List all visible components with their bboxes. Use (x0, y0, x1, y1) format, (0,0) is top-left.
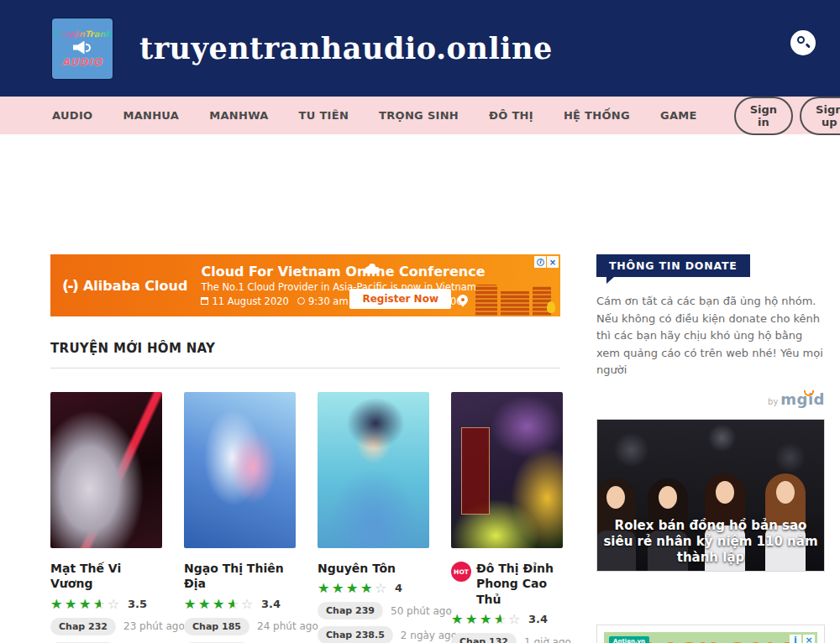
ad-close-icon[interactable]: × (547, 256, 559, 268)
banner-ad[interactable]: (-) Alibaba Cloud Cloud For Vietnam Onli… (50, 254, 560, 316)
comic-title[interactable]: Nguyên Tôn (318, 561, 396, 576)
ad-info-icon[interactable]: i (534, 256, 546, 268)
star-rating-icons: ☆★☆★☆★☆★☆★ (451, 612, 522, 626)
star-rating-icons: ☆★☆★☆★☆★☆★ (318, 581, 389, 595)
banner-ad-title: Cloud For Vietnam Online Conference (201, 264, 485, 280)
cloud-icon (365, 267, 380, 274)
clock-icon (297, 297, 305, 305)
nav-item-trong-sinh[interactable]: TRỌNG SINH (379, 109, 459, 122)
rating-value: 3.4 (528, 613, 548, 625)
site-title[interactable]: truyentranhaudio.online (139, 31, 553, 65)
nav-item-manhua[interactable]: MANHUA (123, 109, 179, 122)
ad-close-icon[interactable]: × (803, 635, 815, 643)
search-icon (797, 36, 805, 44)
nav-item-tu-tien[interactable]: TU TIÊN (299, 109, 349, 122)
alibaba-cloud-logo: (-) Alibaba Cloud (50, 277, 201, 295)
sidebar: THÔNG TIN DONATE Cám ơn tất cả các bạn đ… (596, 254, 825, 643)
nav-item-do-thi[interactable]: ĐÔ THỊ (489, 109, 533, 122)
comic-card: Nguyên Tôn ☆★☆★☆★☆★☆★ 4 Chap 239 50 phút… (318, 392, 429, 643)
star-rating-icons: ☆★☆★☆★☆★☆★ (50, 597, 122, 611)
chapter-chip[interactable]: Chap 232 (50, 618, 116, 635)
comic-card: HOT Đô Thị Đỉnh Phong Cao Thủ ☆★☆★☆★☆★☆★… (451, 392, 563, 643)
logo-text-audio: AUDIO (62, 56, 102, 68)
site-logo[interactable]: TruyệnTranh AUDIO (52, 18, 113, 79)
comic-cover-nguyen-ton[interactable] (318, 392, 429, 548)
comic-title[interactable]: Ngạo Thị Thiên Địa (184, 561, 296, 592)
comic-title[interactable]: Đô Thị Đỉnh Phong Cao Thủ (476, 561, 563, 607)
search-button[interactable] (790, 30, 816, 55)
comic-card: Ngạo Thị Thiên Địa ☆★☆★☆★☆★☆★ 3.4 Chap 1… (184, 392, 296, 643)
register-now-button[interactable]: Register Now (349, 289, 451, 309)
chapter-chip[interactable]: Chap 185 (184, 618, 249, 635)
nav-item-he-thong[interactable]: HỆ THỐNG (564, 109, 630, 122)
rating-value: 4 (395, 582, 402, 594)
comic-card: Mạt Thế Vi Vương ☆★☆★☆★☆★☆★ 3.5 Chap 232… (50, 392, 162, 643)
nav-item-audio[interactable]: AUDIO (52, 109, 92, 122)
site-header: TruyệnTranh AUDIO truyentranhaudio.onlin… (0, 0, 840, 97)
main-nav: AUDIO MANHUA MANHWA TU TIÊN TRỌNG SINH Đ… (0, 97, 840, 134)
chapter-time: 24 phút ago (257, 620, 318, 632)
speaker-icon (73, 41, 92, 55)
comic-cover-ngao-thi-thien-dia[interactable] (184, 392, 296, 548)
rating-value: 3.4 (261, 598, 281, 610)
hot-badge: HOT (451, 562, 471, 582)
comic-cover-mat-the-vi-vuong[interactable] (50, 392, 162, 548)
main-content: (-) Alibaba Cloud Cloud For Vietnam Onli… (0, 134, 840, 643)
chapter-time: 2 ngày ago (401, 630, 457, 641)
banner-ad-date: 11 August 2020 (212, 295, 288, 307)
sign-in-button[interactable]: Sign in (734, 97, 793, 135)
mgid-logo[interactable]: mgid (780, 390, 825, 408)
ad-credit: bymgid (596, 390, 825, 408)
comic-title[interactable]: Mạt Thế Vi Vương (50, 561, 162, 592)
nav-item-manhwa[interactable]: MANHWA (209, 109, 268, 122)
section-divider (50, 368, 560, 369)
native-ad-caption: Rolex bán đồng hồ bản sao siêu rẻ nhân k… (597, 518, 824, 567)
logo-text-top: TruyệnTranh (53, 29, 112, 39)
calendar-icon (201, 297, 208, 305)
section-title-new-today: TRUYỆN MỚI HÔM NAY (50, 341, 560, 356)
nav-item-game[interactable]: GAME (660, 109, 697, 122)
chapter-chip[interactable]: Chap 132 (451, 633, 517, 643)
chapter-time: 1 giờ ago (524, 636, 571, 643)
tree-illustration (547, 301, 555, 313)
sign-up-button[interactable]: Sign up (800, 97, 840, 135)
donate-heading: THÔNG TIN DONATE (596, 254, 750, 277)
comic-cover-do-thi-dinh-phong-cao-thu[interactable] (451, 392, 563, 548)
advertiser-badge: Antien.vn (609, 636, 649, 643)
ad-info-icon[interactable]: i (790, 635, 801, 643)
chapter-time: 23 phút ago (123, 620, 185, 632)
donate-text: Cám ơn tất cả các bạn đã ủng hộ nhóm. Nế… (596, 293, 825, 379)
chapter-time: 50 phút ago (391, 605, 452, 617)
native-ad-rolex[interactable]: Rolex bán đồng hồ bản sao siêu rẻ nhân k… (596, 419, 825, 572)
comic-card-list: Mạt Thế Vi Vương ☆★☆★☆★☆★☆★ 3.5 Chap 232… (50, 392, 560, 643)
chapter-chip[interactable]: Chap 239 (318, 602, 383, 619)
calligraphy-banner (461, 427, 490, 515)
rating-value: 3.5 (128, 598, 147, 610)
chapter-chip[interactable]: Chap 238.5 (318, 626, 393, 643)
flash-sale-ad[interactable]: Antien.vn i × FLASH SALE XEM NGAY (596, 625, 825, 643)
star-rating-icons: ☆★☆★☆★☆★☆★ (184, 597, 255, 611)
alibaba-bracket-icon: (-) (62, 277, 77, 295)
